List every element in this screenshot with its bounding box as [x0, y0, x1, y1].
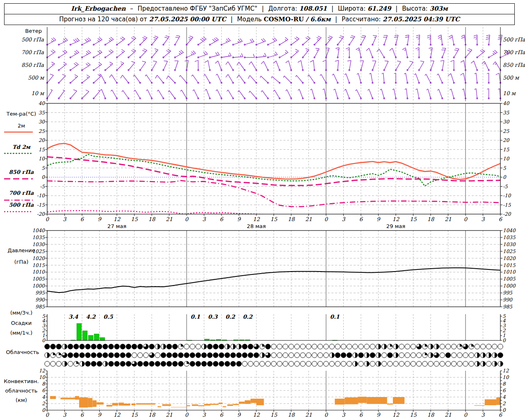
wind-panel-title: Ветер	[16, 28, 42, 34]
wind-barb	[267, 52, 278, 58]
convective-cloud-bar	[387, 404, 393, 404]
wind-barb	[174, 36, 180, 46]
wind-barb	[368, 89, 373, 99]
wind-barb	[198, 37, 206, 45]
cloud-cover-symbol	[91, 361, 96, 366]
wind-barb	[453, 48, 459, 58]
tick-label: 3	[481, 412, 485, 418]
legend-line-2m-swatch	[4, 130, 33, 134]
tick-label: 12	[393, 412, 399, 418]
tick-label: 4	[502, 394, 506, 400]
convective-cloud-bar	[96, 402, 103, 405]
cloud-cover-fill	[425, 353, 427, 355]
cloud-cover-symbol	[126, 344, 131, 349]
wind-barb	[248, 75, 257, 84]
wind-barb	[58, 50, 67, 58]
tick-label: 18	[288, 216, 295, 222]
cloud-cover-symbol	[103, 344, 107, 349]
tick-label: 0.2	[243, 313, 253, 320]
convective-cloud-bar	[233, 404, 239, 405]
tick-label: -5	[503, 184, 508, 189]
cloud-cover-symbol	[381, 353, 386, 358]
wind-barb	[215, 61, 222, 71]
cloud-cover-fill	[239, 344, 242, 349]
wind-barb	[70, 75, 78, 84]
cloud-cover-fill	[158, 344, 160, 349]
tick-label: 0.5	[103, 313, 114, 320]
wind-barb	[139, 49, 147, 58]
legend-line-700-swatch	[4, 199, 33, 202]
cloud-cover-symbol	[196, 361, 201, 366]
tick-label: 6	[220, 412, 224, 418]
cloud-cover-symbol	[492, 344, 497, 349]
tick-label: 0	[464, 216, 468, 222]
cloud-cover-symbol	[475, 344, 479, 349]
cloud-cover-fill	[59, 353, 61, 355]
cloud-cover-symbol	[469, 353, 474, 358]
cloud-cover-symbol	[242, 361, 247, 366]
wind-barb	[461, 60, 466, 71]
cloud-cover-symbol	[265, 344, 270, 349]
cloud-cover-symbol	[324, 344, 329, 349]
tick-label: 29 мая	[386, 223, 405, 229]
tick-label: 35	[503, 110, 510, 116]
wind-barb	[82, 50, 91, 58]
wind-barb	[47, 90, 52, 99]
wind-barb	[204, 74, 210, 83]
wind-barb	[195, 60, 199, 71]
cloud-cover-symbol	[341, 353, 346, 358]
tick-label: 12	[39, 368, 46, 374]
cloud-cover-fill	[379, 361, 381, 366]
cloud-cover-symbol	[300, 361, 305, 366]
wind-barb	[298, 60, 304, 71]
tick-label: 40	[503, 100, 510, 106]
cloud-cover-symbol	[114, 344, 119, 349]
cloud-cover-fill	[425, 344, 427, 347]
cloud-cover-symbol	[271, 361, 276, 366]
tick-label: 990	[35, 297, 45, 303]
cloud-cover-symbol	[68, 361, 73, 366]
cloud-cover-symbol	[370, 361, 375, 366]
wind-barb	[226, 62, 234, 71]
cloud-cover-fill	[367, 361, 369, 366]
wind-barb	[460, 73, 466, 84]
cloud-cover-symbol	[80, 353, 84, 358]
wind-barb	[349, 36, 355, 46]
wind-barb	[487, 73, 489, 84]
convective-cloud-bar	[239, 402, 245, 404]
tick-label: 2	[42, 401, 46, 406]
wind-barb	[174, 50, 183, 58]
convective-cloud-bar	[171, 407, 187, 407]
wind-barb	[58, 62, 66, 71]
legend-line-850-swatch	[4, 177, 33, 180]
wind-barb	[498, 35, 502, 45]
convective-cloud-bar	[358, 397, 367, 403]
tick-label: 0	[41, 174, 45, 180]
legend-label-850: 850 гПа	[2, 169, 41, 175]
wind-barb	[70, 90, 77, 99]
cloud-cover-symbol	[103, 353, 107, 358]
cloud-cover-symbol	[451, 353, 456, 358]
pressure-panel-title: Давление	[2, 247, 41, 253]
cloud-cover-symbol	[347, 344, 352, 349]
cloud-cover-fill	[495, 353, 497, 358]
tick-label: 995	[503, 290, 513, 296]
wind-barb	[256, 53, 266, 58]
cloud-cover-fill	[477, 353, 479, 358]
wind-barb	[155, 75, 164, 83]
cloud-cover-symbol	[68, 344, 73, 349]
wind-barb	[151, 49, 158, 58]
wind-barb	[163, 36, 169, 45]
wind-barb	[82, 38, 91, 46]
cloud-cover-fill	[489, 353, 491, 358]
tick-label: 4.2	[86, 313, 96, 320]
cloud-cover-fill	[227, 344, 230, 349]
cloud-cover-fill	[233, 344, 235, 349]
cloud-cover-symbol	[457, 353, 462, 358]
wind-barb	[405, 35, 409, 45]
cloud-cover-symbol	[486, 344, 491, 349]
wind-barb	[323, 60, 327, 71]
wind-barb	[383, 35, 387, 45]
cloud-cover-symbol	[335, 353, 340, 358]
tick-label: 500 м	[28, 75, 45, 81]
